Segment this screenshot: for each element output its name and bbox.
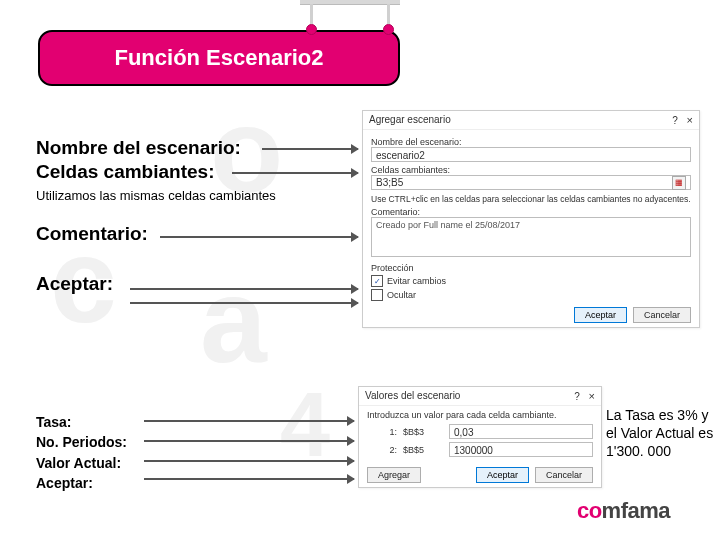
dialog1-checkbox-evitar[interactable]: ✓ Evitar cambios [371, 275, 691, 287]
dialog2-agregar-button[interactable]: Agregar [367, 467, 421, 483]
dialog2-titlebar: Valores del escenario ? × [359, 387, 601, 406]
dialog1-label-comentario: Comentario: [371, 207, 691, 217]
checkbox-icon [371, 289, 383, 301]
dialog1-textarea-comentario[interactable]: Creado por Full name el 25/08/2017 [371, 217, 691, 257]
dialog1-checkbox-ocultar[interactable]: Ocultar [371, 289, 691, 301]
dialog1-input-celdas[interactable]: B3;B5 ▦ [371, 175, 691, 190]
label-comentario: Comentario: [36, 222, 336, 246]
side-note: La Tasa es 3% y el Valor Actual es 1'300… [606, 406, 714, 461]
row1-num: 1: [367, 427, 397, 437]
dialog1-hint: Use CTRL+clic en las celdas para selecci… [371, 194, 691, 204]
row1-cell: $B$3 [403, 427, 443, 437]
dialog-valores-escenario: Valores del escenario ? × Introduzca un … [358, 386, 602, 488]
plate-hanger [300, 0, 400, 34]
dialog1-label-celdas: Celdas cambiantes: [371, 165, 691, 175]
checkbox-icon: ✓ [371, 275, 383, 287]
label-periodos: No. Periodos: [36, 432, 127, 452]
label-nombre: Nombre del escenario: [36, 136, 336, 160]
label-valor: Valor Actual: [36, 453, 127, 473]
arrow-valor [144, 460, 354, 462]
dialog1-label-nombre: Nombre del escenario: [371, 137, 691, 147]
arrow-periodos [144, 440, 354, 442]
row2-input[interactable]: 1300000 [449, 442, 593, 457]
help-icon[interactable]: ? [672, 112, 678, 130]
label-aceptar2: Aceptar: [36, 473, 127, 493]
arrow-tasa [144, 420, 354, 422]
dialog-agregar-escenario: Agregar escenario ? × Nombre del escenar… [362, 110, 700, 328]
slide-title: Función Escenario2 [114, 45, 323, 71]
arrow-prot2 [130, 302, 358, 304]
dialog2-aceptar-button[interactable]: Aceptar [476, 467, 529, 483]
left-label-group-1: Nombre del escenario: Celdas cambiantes:… [36, 136, 336, 295]
title-plate: Función Escenario2 [38, 30, 400, 86]
label-tasa: Tasa: [36, 412, 127, 432]
dialog1-input-nombre[interactable]: escenario2 [371, 147, 691, 162]
dialog2-title: Valores del escenario [365, 387, 460, 405]
dialog2-cancelar-button[interactable]: Cancelar [535, 467, 593, 483]
help-icon[interactable]: ? [574, 388, 580, 406]
row1-input[interactable]: 0,03 [449, 424, 593, 439]
close-icon[interactable]: × [589, 390, 595, 402]
row2-num: 2: [367, 445, 397, 455]
dialog1-proteccion-label: Protección [371, 263, 691, 273]
arrow-aceptar2 [144, 478, 354, 480]
label-aceptar: Aceptar: [36, 272, 336, 296]
left-label-group-2: Tasa: No. Periodos: Valor Actual: Acepta… [36, 412, 127, 493]
dialog2-intro: Introduzca un valor para cada celda camb… [367, 410, 593, 420]
label-celdas-sub: Utilizamos las mismas celdas cambiantes [36, 188, 336, 204]
label-celdas: Celdas cambiantes: [36, 160, 336, 184]
dialog1-title: Agregar escenario [369, 111, 451, 129]
dialog1-titlebar: Agregar escenario ? × [363, 111, 699, 130]
range-picker-icon[interactable]: ▦ [672, 176, 686, 190]
dialog1-aceptar-button[interactable]: Aceptar [574, 307, 627, 323]
brand-logo: comfama [577, 498, 670, 524]
row2-cell: $B$5 [403, 445, 443, 455]
dialog1-cancelar-button[interactable]: Cancelar [633, 307, 691, 323]
close-icon[interactable]: × [687, 114, 693, 126]
